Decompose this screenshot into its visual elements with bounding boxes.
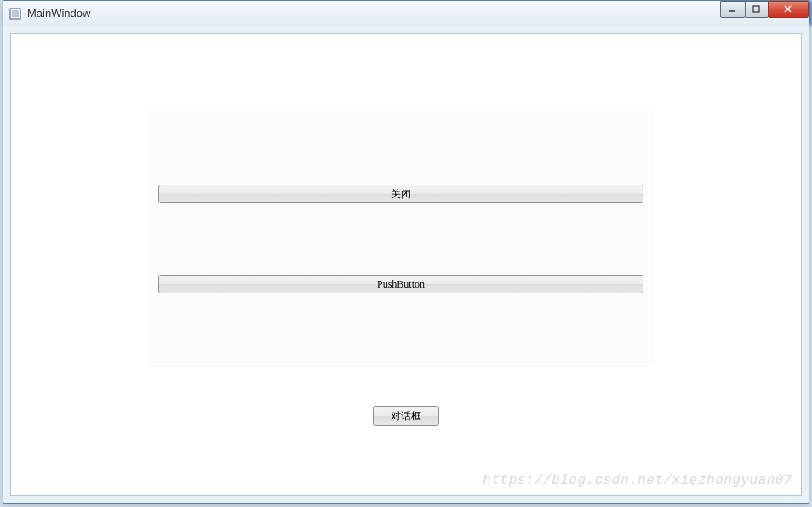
minimize-button[interactable] bbox=[720, 1, 746, 18]
maximize-button[interactable] bbox=[745, 1, 769, 18]
open-dialog-button[interactable]: 对话框 bbox=[373, 406, 439, 426]
svg-rect-3 bbox=[753, 6, 759, 12]
window-controls bbox=[721, 1, 809, 18]
dialog-panel: 关闭 PushButton bbox=[150, 108, 652, 365]
watermark-text: https://blog.csdn.net/xiezhongyuan07 bbox=[483, 473, 792, 488]
main-window: MainWindow . 关闭 PushButton 对话框 https://b… bbox=[3, 0, 809, 504]
panel-push-button[interactable]: PushButton bbox=[158, 275, 643, 293]
menubar: . bbox=[3, 26, 809, 33]
client-area: 关闭 PushButton 对话框 https://blog.csdn.net/… bbox=[10, 33, 802, 496]
app-icon bbox=[9, 7, 22, 20]
svg-rect-1 bbox=[12, 10, 19, 17]
window-title: MainWindow bbox=[27, 7, 90, 20]
close-button[interactable] bbox=[768, 1, 809, 18]
titlebar[interactable]: MainWindow bbox=[3, 1, 809, 26]
panel-close-button[interactable]: 关闭 bbox=[158, 185, 643, 203]
